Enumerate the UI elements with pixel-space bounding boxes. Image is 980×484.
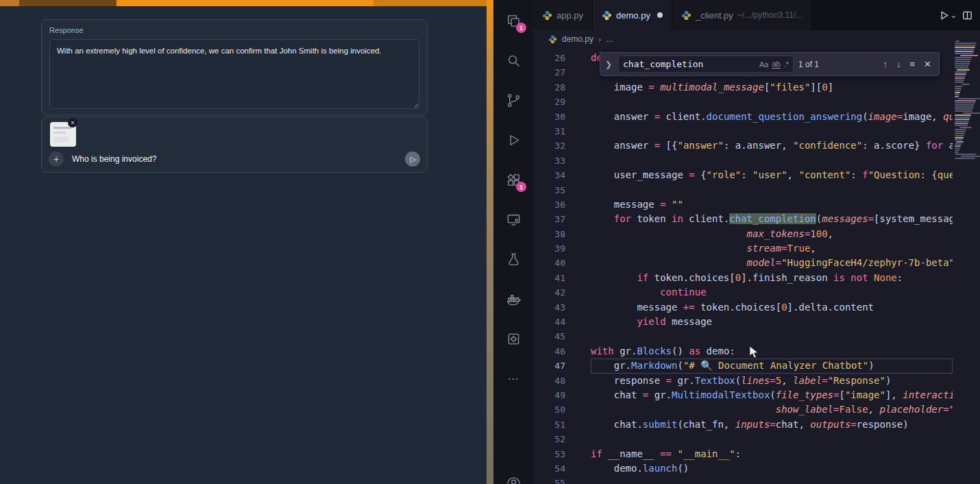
line-number[interactable]: 42 [533,285,565,300]
line-content[interactable] [591,95,953,109]
code-token: ( [770,389,775,400]
line-content[interactable]: gr.Markdown("# 🔍 Document Analyzer Chatb… [591,359,953,373]
line-content[interactable] [591,183,953,197]
line-number[interactable]: 29 [533,95,565,109]
line-number[interactable]: 44 [533,315,565,329]
line-content[interactable]: if __name__ == "__main__": [591,447,953,461]
breadcrumb[interactable]: demo.py › ... [533,30,980,48]
line-number[interactable]: 33 [533,154,565,168]
tab-app-py[interactable]: app.py [533,0,593,30]
line-content[interactable]: demo.launch() [591,461,953,476]
line-content[interactable]: continue [591,285,953,300]
line-content[interactable]: if token.choices[0].finish_reason is not… [591,271,953,285]
tab-client-py[interactable]: _client.py ~/.../python3.11/... [672,0,812,30]
line-number[interactable]: 26 [533,51,565,65]
line-number[interactable]: 53 [533,447,565,461]
line-number[interactable]: 30 [533,110,565,124]
line-content[interactable]: chat.submit(chat_fn, inputs=chat, output… [591,418,953,432]
line-content[interactable]: user_message = {"role": "user", "content… [591,168,953,182]
chat-message-text[interactable]: Who is being invoiced? [72,154,405,164]
add-file-button[interactable]: + [49,152,64,167]
dev-tools-icon[interactable] [504,329,523,348]
whole-word-toggle[interactable]: ab [772,60,780,69]
extensions-icon[interactable]: 1 [504,170,523,189]
explorer-icon[interactable]: 1 [504,11,523,30]
find-in-selection-icon[interactable]: ≡ [910,59,916,69]
line-number[interactable]: 38 [533,227,565,241]
line-content[interactable]: for token in client.chat_completion(mess… [591,212,953,226]
find-input[interactable] [623,59,756,69]
match-case-toggle[interactable]: Aa [759,60,768,69]
line-number[interactable]: 55 [533,476,565,484]
line-content[interactable]: max_tokens=100, [591,227,953,241]
line-content[interactable] [591,476,953,484]
send-button[interactable]: ▷ [405,152,420,167]
response-textarea[interactable]: With an extremely high level of confiden… [49,39,419,109]
line-number[interactable]: 34 [533,168,565,182]
line-content[interactable]: answer = [{"answer": a.answer, "confiden… [591,138,953,153]
line-content[interactable] [591,329,953,343]
search-icon[interactable] [504,51,523,70]
line-content[interactable]: image = multimodal_message["files"][0] [591,80,953,95]
tab-demo-py[interactable]: demo.py [593,0,672,30]
code-token: model [747,257,776,268]
line-number[interactable]: 46 [533,344,565,359]
line-content[interactable]: with gr.Blocks() as demo: [591,344,953,359]
docker-icon[interactable] [504,289,523,308]
find-expand-chevron-icon[interactable]: ❯ [605,60,613,69]
line-content[interactable]: message += token.choices[0].delta.conten… [591,300,953,315]
test-flask-icon[interactable] [504,250,523,269]
line-content[interactable]: message = "" [591,197,953,212]
regex-toggle[interactable]: .* [784,60,789,69]
remove-image-button[interactable]: × [68,118,77,128]
run-dropdown-chevron-icon[interactable]: ⌄ [951,11,957,20]
line-content[interactable] [591,154,953,168]
line-number[interactable]: 43 [533,300,565,315]
next-match-icon[interactable]: ↓ [896,59,901,69]
line-number[interactable]: 39 [533,241,565,256]
split-editor-icon[interactable] [959,8,975,23]
window-divider[interactable] [487,0,493,484]
line-content[interactable]: show_label=False, placeholder="Upload an… [591,402,953,417]
line-number[interactable]: 48 [533,374,565,388]
remote-explorer-icon[interactable] [504,210,523,229]
line-content[interactable]: model="HuggingFaceH4/zephyr-7b-beta"): [591,256,953,270]
line-number[interactable]: 52 [533,432,565,446]
line-number[interactable]: 32 [533,138,565,153]
code-token [868,272,874,283]
line-content[interactable]: yield message [591,315,953,329]
line-content[interactable]: chat = gr.MultimodalTextbox(file_types=[… [591,388,953,402]
more-actions-icon[interactable]: ⋯ [504,369,523,388]
line-number[interactable]: 45 [533,329,565,343]
account-icon[interactable] [504,474,523,484]
gutter-gap [565,183,591,197]
breadcrumb-symbol[interactable]: ... [606,34,613,44]
code-token: ) [885,375,891,386]
line-number[interactable]: 36 [533,197,565,212]
line-number[interactable]: 54 [533,461,565,476]
unsaved-dot-icon[interactable] [657,12,663,18]
line-number[interactable]: 27 [533,65,565,80]
breadcrumb-file[interactable]: demo.py [562,34,593,44]
run-debug-icon[interactable] [504,130,523,149]
source-control-icon[interactable] [504,90,523,110]
line-number[interactable]: 37 [533,212,565,226]
line-number[interactable]: 31 [533,124,565,138]
run-python-file-icon[interactable] [937,8,952,23]
line-content[interactable]: answer = client.document_question_answer… [591,110,953,124]
line-number[interactable]: 41 [533,271,565,285]
line-number[interactable]: 50 [533,402,565,417]
line-number[interactable]: 49 [533,388,565,402]
line-number[interactable]: 40 [533,256,565,270]
line-content[interactable]: stream=True, [591,241,953,256]
line-number[interactable]: 47 [533,359,565,373]
minimap[interactable] [953,38,980,422]
line-content[interactable] [591,124,953,138]
close-find-icon[interactable]: ✕ [924,59,931,69]
previous-match-icon[interactable]: ↑ [883,59,888,69]
line-number[interactable]: 35 [533,183,565,197]
line-number[interactable]: 28 [533,80,565,95]
line-content[interactable]: response = gr.Textbox(lines=5, label="Re… [591,374,953,388]
line-number[interactable]: 51 [533,418,565,432]
line-content[interactable] [591,432,953,446]
